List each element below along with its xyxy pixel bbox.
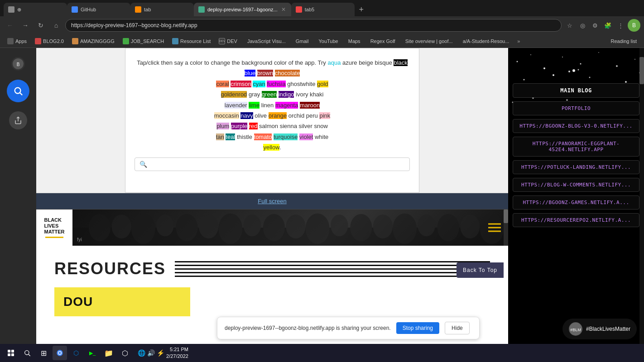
svg-point-11 [199,214,218,238]
search-taskbar[interactable] [20,346,34,360]
bookmark-js[interactable]: JavaScript Visu... [242,36,289,47]
amazing-icon [72,38,78,44]
svg-point-10 [176,214,197,241]
new-tab-button[interactable]: + [355,3,368,16]
svg-text:B: B [17,62,20,67]
svg-point-14 [263,214,285,241]
bookmark-astudent[interactable]: a/A-Student-Resou... [457,36,513,47]
bookmark-maps[interactable]: Maps [343,36,364,47]
taskbar-tray: 🌐 🔊 ⚡ 5:21 PM 2/27/2022 [138,346,188,360]
blm-badge: #BLM #BlackLivesMatter [562,319,637,339]
bookmark-dev[interactable]: DEV DEV [215,36,241,47]
tab-3[interactable]: tab [130,3,194,16]
svg-point-8 [131,214,155,244]
bookmark-blog[interactable]: BLOG2.0 [31,36,67,47]
tab-bar: ⊕ GitHub tab deploy-preview-1697--bgoonz… [0,0,644,16]
tray-volume-icon: 🔊 [147,349,155,357]
taskbar-vscode[interactable]: ⬡ [69,346,83,360]
svg-point-22 [437,214,459,241]
settings-icon[interactable]: ⚙ [590,20,601,31]
tray-network-icon: 🌐 [138,349,145,357]
sidebar-link-portfolio[interactable]: PORTFOLIO [513,101,639,115]
svg-point-15 [286,214,305,238]
tab-favicon-2 [72,6,78,13]
address-input[interactable] [65,19,562,32]
resource-line-2 [175,265,490,266]
sidebar-link-comments[interactable]: HTTPS://BLOG-W-COMMENTS.NETLIFY... [513,178,639,192]
yellow-card: DOU [54,287,190,316]
svg-rect-56 [11,350,14,352]
search-input[interactable] [151,161,405,167]
fullscreen-link[interactable]: Full screen [258,198,287,205]
profile-icon[interactable]: B [628,19,640,32]
sidebar-link-potluck[interactable]: HTTPS://POTLUCK-LANDING.NETLIFY... [513,160,639,174]
bookmark-youtube[interactable]: YouTube [313,36,341,47]
bookmark-gmail[interactable]: Gmail [290,36,312,47]
bookmark-siteoverview[interactable]: Site overview | goof... [400,36,457,47]
share-button[interactable] [9,111,27,129]
screenshot-icon[interactable]: ◎ [577,20,588,31]
svg-point-23 [460,214,480,238]
reload-button[interactable]: ↻ [34,19,47,32]
taskview-icon[interactable]: ⊞ [36,346,51,360]
bookmark-job[interactable]: JOB_SEARCH [119,36,168,47]
blm-menu-button[interactable] [488,224,501,232]
tray-battery-icon: ⚡ [157,349,164,357]
tab-active[interactable]: deploy-preview-1697--bgoonz... ✕ [194,3,291,16]
sidebar-link-games[interactable]: HTTPS://BGOONZ-GAMES.NETLIFY.A... [513,195,639,210]
tab-close[interactable]: ✕ [280,5,287,14]
blm-scroll-thumb[interactable] [504,210,508,223]
bookmark-amazing[interactable]: AMAZINGGGG [68,36,118,47]
right-sidebar: Go Back MAIN BLOG PORTFOLIO HTTPS://BGOO… [508,48,644,362]
svg-point-6 [89,214,111,241]
blm-image-area: fyi [72,210,508,246]
color-app-container: Tap/click then say a color to change the… [36,48,508,193]
resources-section: RESOURCES DOU [36,246,508,325]
bookmark-resource[interactable]: Resource List [168,36,214,47]
tab-2[interactable]: GitHub [67,3,130,16]
sidebar-link-panoramic[interactable]: HTTPS://PANORAMIC-EGGPLANT-452E4.NETLIFY… [513,137,639,157]
yellow-card-title: DOU [63,295,181,309]
left-sidebar: B [0,48,36,362]
hamburger-line-1 [488,224,501,225]
taskbar-chrome[interactable] [53,346,67,360]
apps-icon [7,38,14,44]
back-to-top-button[interactable]: Back To Top [457,262,504,278]
resource-line-5 [175,276,490,277]
svg-point-59 [25,351,29,355]
svg-line-60 [29,354,30,356]
more-icon[interactable]: ⋮ [615,20,626,31]
color-app-inner: Tap/click then say a color to change the… [125,48,419,193]
color-demo-text: Tap/click then say a color to change the… [135,57,410,153]
svg-point-16 [306,214,330,244]
svg-point-17 [331,214,348,236]
hide-button[interactable]: Hide [445,322,470,334]
start-button[interactable] [4,346,18,360]
extension-icon[interactable]: 🧩 [602,20,613,31]
bookmark-apps[interactable]: Apps [4,36,30,47]
taskbar-github[interactable]: ⬡ [118,346,132,360]
resource-line-3 [175,268,490,270]
blm-logo: BLacK LIVES MatTER [36,210,72,246]
sidebar-link-main-blog[interactable]: MAIN BLOG [513,83,639,98]
blog-icon [35,38,41,44]
tab-5[interactable]: tab5 [291,3,355,16]
bookmark-reading-list[interactable]: Reading list [607,36,640,47]
back-button[interactable]: ← [4,19,16,32]
blm-badge-text: #BlackLivesMatter [586,326,630,332]
search-fab[interactable] [7,80,29,102]
home-button[interactable]: ⌂ [50,19,62,32]
bookmark-regex[interactable]: Regex Golf [365,36,399,47]
stop-sharing-button[interactable]: Stop sharing [396,322,439,334]
bookmark-more[interactable]: » [514,36,524,47]
sidebar-link-v3[interactable]: HTTPS://BGOONZ-BLOG-V3-0.NETLIFY... [513,119,639,133]
blm-underline [45,237,63,238]
bookmark-icon[interactable]: ☆ [564,20,575,31]
sidebar-link-resourcerepo[interactable]: HTTPS://RESOURCEREPO2.NETLIFY.A... [513,213,639,227]
tab-1[interactable]: ⊕ [4,3,67,16]
screen-share-message: deploy-preview-1697--bgoonz-blog.netlify… [225,325,391,331]
svg-text:#BLM: #BLM [570,328,581,332]
forward-button[interactable]: → [19,19,32,32]
taskbar-explorer[interactable]: 📁 [101,346,116,360]
taskbar-terminal[interactable]: ▶_ [85,346,100,360]
